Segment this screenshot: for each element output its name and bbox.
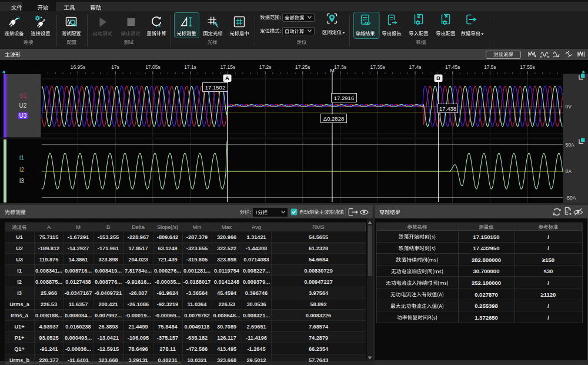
svg-text:-0.00069...: -0.00069... <box>155 313 181 318</box>
svg-text:26.3893: 26.3893 <box>98 324 118 330</box>
svg-text:17.35s: 17.35s <box>370 64 386 70</box>
svg-text:17.2916: 17.2916 <box>334 95 354 101</box>
svg-text:17.150150: 17.150150 <box>473 234 500 240</box>
svg-text:17.432950: 17.432950 <box>473 245 500 251</box>
svg-text:-635.182: -635.182 <box>186 335 208 341</box>
svg-text:2.69651: 2.69651 <box>246 324 266 330</box>
svg-text:25.966: 25.966 <box>41 290 57 296</box>
svg-text:I2: I2 <box>19 167 25 173</box>
svg-text:0.255398: 0.255398 <box>475 303 498 309</box>
svg-text:-809.642: -809.642 <box>157 234 178 240</box>
svg-text:17.1s: 17.1s <box>184 64 196 70</box>
svg-text:-189.812: -189.812 <box>38 245 59 251</box>
svg-text:-0.00036...: -0.00036... <box>65 346 91 352</box>
svg-text:A: A <box>225 75 229 81</box>
svg-text:U1+: U1+ <box>14 324 24 330</box>
svg-text:30.7089: 30.7089 <box>217 324 236 330</box>
svg-text:226.53: 226.53 <box>218 301 235 307</box>
svg-text:B: B <box>106 224 110 230</box>
svg-text:Delta: Delta <box>132 224 145 230</box>
svg-text:0A: 0A <box>566 168 572 174</box>
svg-text:U3: U3 <box>16 257 23 263</box>
svg-text:-106.095: -106.095 <box>128 335 149 341</box>
svg-text:-3.36564: -3.36564 <box>186 290 208 296</box>
svg-text:323.668: 323.668 <box>217 357 236 363</box>
svg-text:57.7643: 57.7643 <box>309 357 328 363</box>
svg-text:U2: U2 <box>19 102 27 109</box>
svg-text:220.377: 220.377 <box>39 357 58 363</box>
svg-text:-1.67291: -1.67291 <box>68 234 89 240</box>
svg-text:Min: Min <box>193 224 202 230</box>
svg-text:I3: I3 <box>17 290 22 296</box>
svg-text:0.008716...: 0.008716... <box>65 268 92 274</box>
svg-text:10.0321: 10.0321 <box>187 357 206 363</box>
svg-text:I1: I1 <box>19 155 25 161</box>
svg-text:252.100000: 252.100000 <box>472 280 501 286</box>
svg-text:17.5s: 17.5s <box>484 64 496 70</box>
svg-text:-11.4196: -11.4196 <box>246 335 267 341</box>
svg-text:17.05s: 17.05s <box>145 64 161 70</box>
svg-text:7.68574: 7.68574 <box>309 324 329 330</box>
svg-text:RMS: RMS <box>312 224 325 230</box>
svg-text:17.2s: 17.2s <box>259 64 272 70</box>
svg-text:17.25s: 17.25s <box>295 64 310 70</box>
svg-text:54.5655: 54.5655 <box>309 234 328 240</box>
svg-text:-0.0347167: -0.0347167 <box>65 290 92 296</box>
svg-text:U2: U2 <box>16 245 23 251</box>
svg-text:0.008648...: 0.008648... <box>213 313 240 318</box>
svg-text:I3: I3 <box>19 178 25 184</box>
svg-text:17.55s: 17.55s <box>520 64 535 70</box>
svg-text:/: / <box>547 314 549 321</box>
svg-text:Urms_b: Urms_b <box>9 357 30 363</box>
svg-text:-91.241: -91.241 <box>39 346 58 352</box>
svg-text:U1: U1 <box>19 92 27 99</box>
svg-text:14.3861: 14.3861 <box>68 257 88 263</box>
svg-text:126.117: 126.117 <box>217 335 236 341</box>
svg-text:0.008776...: 0.008776... <box>95 279 122 285</box>
svg-text:323.668: 323.668 <box>98 357 118 363</box>
svg-text:-287.379: -287.379 <box>186 234 208 240</box>
svg-text:-0.0409721: -0.0409721 <box>95 290 122 296</box>
svg-text:A: A <box>47 224 51 230</box>
svg-text:7.81734e...: 7.81734e... <box>125 268 152 274</box>
svg-text:1.372650: 1.372650 <box>475 314 498 321</box>
svg-text:0.00830729: 0.00830729 <box>304 268 333 274</box>
svg-text:322.522: 322.522 <box>217 245 236 251</box>
svg-text:-26.007: -26.007 <box>129 290 147 296</box>
svg-text:17.3s: 17.3s <box>334 64 346 70</box>
svg-text:204.023: 204.023 <box>128 257 148 263</box>
svg-text:0.0127438: 0.0127438 <box>65 279 91 285</box>
svg-text:54.6684: 54.6684 <box>309 257 329 263</box>
svg-text:0.008875...: 0.008875... <box>35 279 62 285</box>
svg-text:-171.961: -171.961 <box>98 245 119 251</box>
svg-text:/: / <box>547 303 549 309</box>
svg-text:4.93937: 4.93937 <box>39 324 58 330</box>
svg-text:93.0525: 93.0525 <box>39 335 58 341</box>
svg-text:B: B <box>436 75 440 81</box>
svg-text:I2: I2 <box>17 279 22 285</box>
svg-text:3.97564: 3.97564 <box>309 290 329 296</box>
svg-text:0.008084...: 0.008084... <box>65 313 92 318</box>
svg-text:0.001281...: 0.001281... <box>183 268 211 274</box>
svg-text:63.1249: 63.1249 <box>158 245 177 251</box>
svg-text:0.0119754: 0.0119754 <box>214 268 240 274</box>
svg-text:413.495: 413.495 <box>217 346 236 352</box>
svg-text:30.700000: 30.700000 <box>473 268 500 274</box>
svg-text:Slope[/s]: Slope[/s] <box>157 224 178 230</box>
svg-text:0.000276...: 0.000276... <box>154 268 181 274</box>
svg-text:U3: U3 <box>19 112 27 119</box>
svg-text:17.4s: 17.4s <box>409 64 422 70</box>
svg-text:16.95s: 16.95s <box>71 64 86 70</box>
svg-text:≤30: ≤30 <box>544 268 553 274</box>
svg-text:721.439: 721.439 <box>158 257 177 263</box>
svg-text:-9.91616...: -9.91616... <box>125 279 151 285</box>
svg-text:-13.0421: -13.0421 <box>98 335 119 341</box>
svg-text:-92.3219: -92.3219 <box>157 301 178 307</box>
svg-text:74.2879: 74.2879 <box>309 335 328 341</box>
svg-text:-153.255: -153.255 <box>98 234 119 240</box>
svg-text:P1+: P1+ <box>15 335 25 341</box>
svg-text:-228.967: -228.967 <box>128 234 149 240</box>
svg-text:17.1502: 17.1502 <box>205 84 225 91</box>
svg-text:1.31421: 1.31421 <box>246 234 266 240</box>
svg-text:0.00947227: 0.00947227 <box>304 279 333 285</box>
